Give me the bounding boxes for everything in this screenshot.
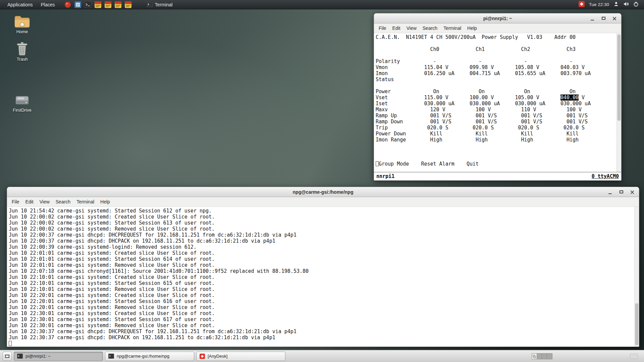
- terminal-panel-item[interactable]: Terminal: [147, 2, 173, 7]
- yellow-app-icon: [105, 1, 111, 8]
- app-launcher-yellow-3[interactable]: [115, 1, 121, 8]
- yellow-app-icon: [115, 1, 121, 8]
- scrollbar-thumb[interactable]: [618, 35, 621, 121]
- terminal-line: Power On On On On: [376, 88, 616, 95]
- menu-search[interactable]: Search: [420, 24, 440, 32]
- scrollbar[interactable]: [634, 207, 639, 347]
- terminal-line: Jun 10 22:00:37 carme-gsi dhcpd: DHCPACK…: [9, 238, 634, 244]
- taskbar-button-anydesk[interactable]: [AnyDesk]: [196, 352, 285, 361]
- menu-view[interactable]: View: [37, 198, 53, 206]
- taskbar-button-label: [AnyDesk]: [208, 354, 227, 359]
- terminal-line: Trip 020.0 S 020.0 S 020.0 S 020.0 S: [376, 125, 616, 131]
- minimize-icon: [608, 193, 612, 194]
- red-circle-icon: [64, 1, 71, 8]
- terminal-line: [376, 40, 616, 46]
- menubar: File Edit View Search Terminal Help: [7, 197, 639, 207]
- menu-terminal[interactable]: Terminal: [73, 198, 97, 206]
- drive-icon: [14, 94, 30, 107]
- terminal-icon: [108, 354, 114, 359]
- clock[interactable]: Tue 22:30: [589, 2, 609, 7]
- desktop-icon-label: Trash: [17, 57, 28, 62]
- close-button[interactable]: [610, 15, 619, 22]
- menu-file[interactable]: File: [9, 198, 22, 206]
- terminal-line: Jun 10 22:01:01 carme-gsi systemd: Start…: [9, 256, 634, 262]
- desktop-icon-trash[interactable]: Trash: [7, 42, 38, 62]
- taskbar-button-pi-nnrpi1[interactable]: pi@nnrpi1: ~: [14, 352, 103, 361]
- terminal-line: Jun 10 22:00:37 carme-gsi dhcpd: DHCPREQ…: [9, 232, 634, 238]
- red-app-launcher[interactable]: [64, 1, 71, 8]
- anydesk-tray-icon[interactable]: [579, 1, 585, 8]
- window-controls: [588, 13, 619, 23]
- terminal-icon: [85, 1, 91, 8]
- terminal-launcher-dark[interactable]: [85, 1, 91, 8]
- close-icon: [612, 16, 616, 20]
- workspace-2[interactable]: [537, 354, 542, 359]
- terminal-line: Jun 10 22:30:37 carme-gsi dhcpd: DHCPREQ…: [9, 328, 634, 335]
- scrollbar[interactable]: [616, 33, 621, 172]
- taskbar-button-label: pi@nnrpi1: ~: [25, 354, 50, 359]
- file-manager-launcher[interactable]: [74, 1, 81, 8]
- titlebar[interactable]: npg@carme-gsi:/home/npg: [7, 187, 639, 197]
- menu-help[interactable]: Help: [97, 198, 113, 206]
- panel-launchers: [64, 1, 131, 8]
- taskbar-button-label: npg@carme-gsi:/home/npg: [117, 354, 169, 359]
- maximize-button[interactable]: [617, 188, 625, 196]
- workspace-1[interactable]: [532, 354, 537, 359]
- close-button[interactable]: [628, 188, 636, 196]
- desktop-icon-label: Home: [16, 29, 28, 34]
- menu-view[interactable]: View: [404, 24, 420, 32]
- terminal-output-syslog[interactable]: Jun 10 21:54:42 carme-gsi systemd: Start…: [7, 207, 634, 347]
- terminal-line: Jun 10 22:10:01 carme-gsi systemd: Start…: [9, 280, 634, 286]
- terminal-line: Jun 10 22:00:39 carme-gsi systemd-logind…: [9, 244, 634, 250]
- menu-edit[interactable]: Edit: [389, 24, 404, 32]
- terminal-line: Vmon 115.04 V 099.98 V 105.08 V 040.03 V: [376, 64, 616, 70]
- show-desktop-button[interactable]: [3, 352, 12, 361]
- menu-help[interactable]: Help: [464, 24, 480, 32]
- maximize-button[interactable]: [599, 15, 607, 22]
- minimize-button[interactable]: [588, 15, 596, 22]
- workspace-switcher[interactable]: [532, 353, 552, 359]
- menubar: File Edit View Search Terminal Help: [374, 23, 621, 33]
- menu-file[interactable]: File: [376, 24, 389, 32]
- top-panel: Applications Places: [0, 0, 644, 9]
- terminal-line: Status: [376, 76, 616, 82]
- terminal-line: Ramp Down 001 V/S 001 V/S 001 V/S 001 V/…: [376, 119, 616, 125]
- terminal-window-pi-nnrpi1: pi@nnrpi1: ~ File Edit View Search Termi…: [374, 13, 622, 181]
- file-manager-icon: [74, 1, 81, 8]
- titlebar[interactable]: pi@nnrpi1: ~: [374, 13, 621, 23]
- terminal-line: Jun 10 22:10:01 carme-gsi systemd: Remov…: [9, 286, 634, 292]
- desktop-icon-label: FirstDrive: [13, 108, 32, 113]
- terminal-panel-label: Terminal: [155, 2, 173, 7]
- volume-icon[interactable]: [623, 1, 629, 8]
- desktop-icon-firstdrive[interactable]: FirstDrive: [7, 94, 38, 113]
- user-icon[interactable]: [613, 1, 619, 8]
- panel-corner-applet[interactable]: [630, 354, 638, 359]
- status-tty: 0 ttyACM0: [592, 173, 619, 179]
- show-desktop-icon: [5, 355, 9, 358]
- terminal-line: Ramp Up 001 V/S 001 V/S 001 V/S 001 V/S: [376, 113, 616, 119]
- power-icon[interactable]: [633, 1, 639, 8]
- app-launcher-yellow-1[interactable]: [95, 1, 101, 8]
- terminal-line: Jun 10 22:01:01 carme-gsi systemd: Remov…: [9, 262, 634, 268]
- workspace-3[interactable]: [542, 354, 547, 359]
- terminal-output-caen[interactable]: C.A.E.N. N1419ET 4 CH 500V/200uA Power S…: [374, 33, 616, 172]
- terminal-line: [376, 149, 616, 155]
- places-menu[interactable]: Places: [37, 0, 59, 9]
- terminal-line: Jun 10 22:20:01 carme-gsi systemd: Start…: [9, 298, 634, 304]
- app-launcher-yellow-2[interactable]: [105, 1, 111, 8]
- terminal-window-npg-carme-gsi: npg@carme-gsi:/home/npg File Edit View S…: [7, 187, 639, 347]
- menu-edit[interactable]: Edit: [22, 198, 37, 206]
- desktop-icon-home[interactable]: Home: [7, 15, 38, 34]
- minimize-button[interactable]: [606, 188, 614, 196]
- terminal-line: [9, 341, 634, 347]
- close-icon: [630, 190, 634, 194]
- menu-terminal[interactable]: Terminal: [440, 24, 464, 32]
- app-launcher-yellow-4[interactable]: [125, 1, 131, 8]
- status-hostname: nnrpi1: [376, 173, 394, 179]
- taskbar-button-npg-carme-gsi[interactable]: npg@carme-gsi:/home/npg: [105, 352, 194, 361]
- workspace-4[interactable]: [547, 354, 552, 359]
- terminal-line: [376, 143, 616, 149]
- applications-menu[interactable]: Applications: [3, 0, 37, 9]
- scrollbar-thumb[interactable]: [635, 303, 638, 345]
- menu-search[interactable]: Search: [53, 198, 73, 206]
